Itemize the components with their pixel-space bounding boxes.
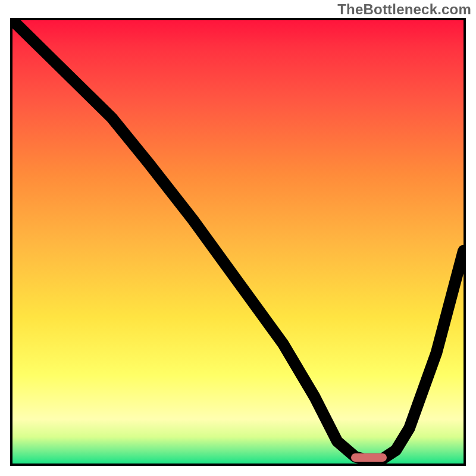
bottleneck-curve [12, 20, 464, 464]
optimal-range-marker [351, 453, 387, 462]
chart-plot-area [10, 18, 466, 466]
watermark-text: TheBottleneck.com [337, 1, 471, 18]
curve-path [12, 20, 464, 459]
